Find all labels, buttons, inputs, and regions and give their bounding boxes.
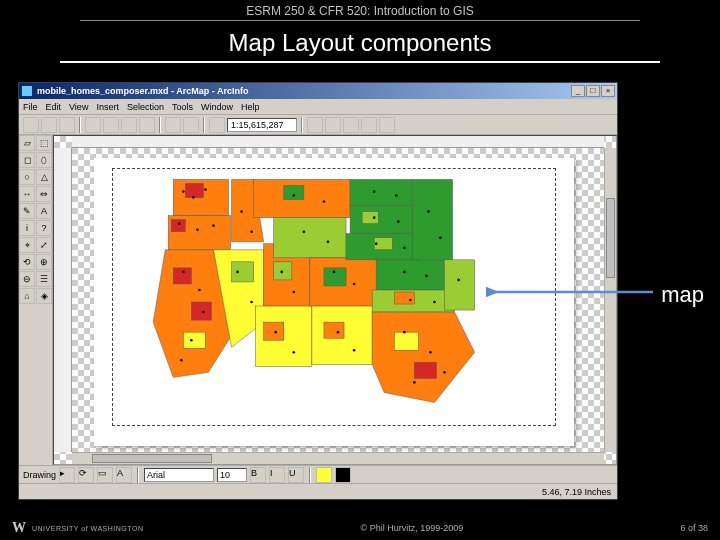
target-tool-icon[interactable]: ⌖ xyxy=(19,237,35,253)
text-icon[interactable]: A xyxy=(116,467,132,483)
workspace: ▱ ⬚ ◻ ⬯ ○ △ ↔ ⇔ ✎ A i ? ⌖ ⤢ ⟲ ⊕ ⊖ ☰ ⌂ ◈ xyxy=(19,135,617,465)
circle-tool-icon[interactable]: ○ xyxy=(19,169,35,185)
copy-icon[interactable] xyxy=(121,117,137,133)
title-underline xyxy=(60,61,660,63)
menu-help[interactable]: Help xyxy=(241,102,260,112)
toolbar-separator xyxy=(309,467,311,483)
svg-point-62 xyxy=(373,190,376,193)
tools-palette: ▱ ⬚ ◻ ⬯ ○ △ ↔ ⇔ ✎ A i ? ⌖ ⤢ ⟲ ⊕ ⊖ ☰ ⌂ ◈ xyxy=(19,135,53,465)
svg-rect-19 xyxy=(324,268,346,286)
layout-tool-icon[interactable]: ◈ xyxy=(36,288,52,304)
svg-rect-34 xyxy=(445,260,475,310)
layout-page xyxy=(94,158,574,446)
help-icon[interactable] xyxy=(379,117,395,133)
svg-rect-17 xyxy=(274,218,346,258)
italic-button[interactable]: I xyxy=(269,467,285,483)
menu-tools[interactable]: Tools xyxy=(172,102,193,112)
underline-button[interactable]: U xyxy=(288,467,304,483)
pointer-icon[interactable]: ▸ xyxy=(59,467,75,483)
toc-icon[interactable] xyxy=(325,117,341,133)
close-button[interactable]: × xyxy=(601,85,615,97)
svg-rect-14 xyxy=(264,322,284,340)
bottom-bars: Drawing ▸ ⟳ ▭ A Arial 10 B I U 5.46, 7.1… xyxy=(19,465,617,499)
svg-rect-33 xyxy=(412,179,452,259)
cut-icon[interactable] xyxy=(103,117,119,133)
svg-point-53 xyxy=(293,351,296,354)
redo-icon[interactable] xyxy=(183,117,199,133)
open-icon[interactable] xyxy=(41,117,57,133)
rect-tool-icon[interactable]: ⬚ xyxy=(36,135,52,151)
svg-point-39 xyxy=(196,228,199,231)
toolbox-icon[interactable] xyxy=(361,117,377,133)
maximize-button[interactable]: □ xyxy=(586,85,600,97)
paste-icon[interactable] xyxy=(139,117,155,133)
ellipse-tool-icon[interactable]: ⬯ xyxy=(36,152,52,168)
layout-canvas[interactable] xyxy=(53,135,617,465)
measure-tool-icon[interactable]: ⤢ xyxy=(36,237,52,253)
scrollbar-horizontal[interactable] xyxy=(72,452,604,464)
rotate-icon[interactable]: ⟳ xyxy=(78,467,94,483)
square-tool-icon[interactable]: ◻ xyxy=(19,152,35,168)
arcmap-window: mobile_homes_composer.mxd - ArcMap - Arc… xyxy=(18,82,618,500)
svg-point-47 xyxy=(250,230,253,233)
pencil-tool-icon[interactable]: ✎ xyxy=(19,203,35,219)
catalog-icon[interactable] xyxy=(343,117,359,133)
query-tool-icon[interactable]: ? xyxy=(36,220,52,236)
minimize-button[interactable]: _ xyxy=(571,85,585,97)
menu-window[interactable]: Window xyxy=(201,102,233,112)
svg-point-73 xyxy=(429,351,432,354)
add-data-icon[interactable] xyxy=(209,117,225,133)
undo-icon[interactable] xyxy=(165,117,181,133)
map-data-frame[interactable] xyxy=(112,168,556,426)
menu-edit[interactable]: Edit xyxy=(46,102,62,112)
font-size-select[interactable]: 10 xyxy=(217,468,247,482)
zoom-tool-icon[interactable]: ⇔ xyxy=(36,186,52,202)
uw-logo: W UNIVERSITY of WASHINGTON xyxy=(12,520,143,536)
identify-tool-icon[interactable]: i xyxy=(19,220,35,236)
svg-point-64 xyxy=(373,216,376,219)
svg-point-68 xyxy=(403,271,406,274)
menu-insert[interactable]: Insert xyxy=(96,102,119,112)
scrollbar-thumb[interactable] xyxy=(606,198,615,278)
window-title: mobile_homes_composer.mxd - ArcMap - Arc… xyxy=(37,86,571,96)
scrollbar-thumb[interactable] xyxy=(92,454,212,463)
scrollbar-vertical[interactable] xyxy=(604,148,616,452)
font-select[interactable]: Arial xyxy=(144,468,214,482)
text-tool-icon[interactable]: A xyxy=(36,203,52,219)
editor-icon[interactable] xyxy=(307,117,323,133)
shape-icon[interactable]: ▭ xyxy=(97,467,113,483)
print-icon[interactable] xyxy=(85,117,101,133)
svg-rect-5 xyxy=(173,268,191,284)
rotate-tool-icon[interactable]: ⟲ xyxy=(19,254,35,270)
pan-tool-icon[interactable]: ↔ xyxy=(19,186,35,202)
svg-point-70 xyxy=(409,299,412,302)
svg-point-41 xyxy=(182,271,185,274)
svg-point-63 xyxy=(395,194,398,197)
home-tool-icon[interactable]: ⌂ xyxy=(19,288,35,304)
select-tool-icon[interactable]: ▱ xyxy=(19,135,35,151)
line-color-icon[interactable] xyxy=(335,467,351,483)
layers-tool-icon[interactable]: ☰ xyxy=(36,271,52,287)
toolbar-separator xyxy=(301,117,303,133)
toolbar-separator xyxy=(79,117,81,133)
menu-view[interactable]: View xyxy=(69,102,88,112)
svg-point-56 xyxy=(303,230,306,233)
menu-selection[interactable]: Selection xyxy=(127,102,164,112)
fill-color-icon[interactable] xyxy=(316,467,332,483)
menu-file[interactable]: File xyxy=(23,102,38,112)
svg-point-75 xyxy=(413,381,416,384)
zoomin-tool-icon[interactable]: ⊕ xyxy=(36,254,52,270)
new-icon[interactable] xyxy=(23,117,39,133)
zoomout-tool-icon[interactable]: ⊖ xyxy=(19,271,35,287)
svg-point-58 xyxy=(333,271,336,274)
svg-rect-6 xyxy=(191,302,211,320)
svg-point-44 xyxy=(190,339,193,342)
bold-button[interactable]: B xyxy=(250,467,266,483)
save-icon[interactable] xyxy=(59,117,75,133)
svg-point-43 xyxy=(202,311,205,314)
polygon-tool-icon[interactable]: △ xyxy=(36,169,52,185)
svg-rect-1 xyxy=(185,183,203,197)
ruler-vertical xyxy=(54,148,72,452)
svg-rect-7 xyxy=(183,332,205,348)
scale-input[interactable]: 1:15,615,287 xyxy=(227,118,297,132)
